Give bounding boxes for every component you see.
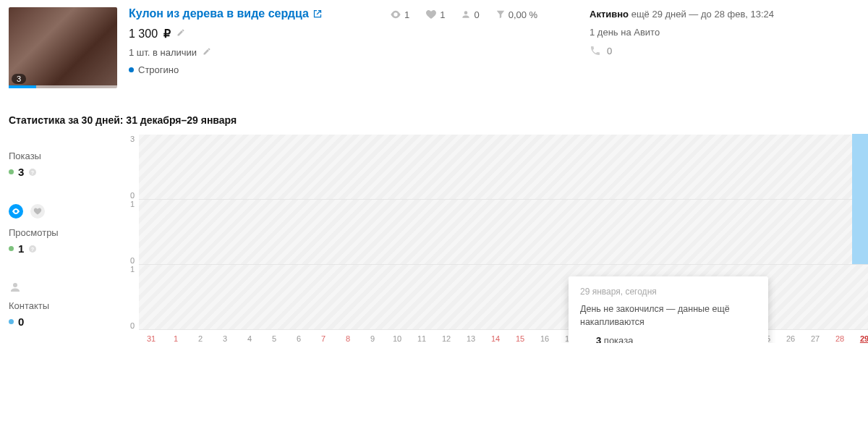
legend-views-label: Просмотры (9, 227, 110, 238)
xaxis-day[interactable]: 8 (336, 334, 360, 343)
xaxis-day[interactable]: 27 (803, 334, 827, 343)
location-dot-icon (129, 67, 134, 72)
ytick: 1 (110, 265, 135, 274)
xaxis-day[interactable]: 1 (163, 334, 188, 343)
metric-contacts: 0 (461, 9, 479, 20)
metric-views: 1 (390, 9, 409, 20)
phone-contacts: 0 (590, 45, 859, 56)
toggle-favorites[interactable] (30, 204, 45, 219)
metric-likes: 1 (425, 9, 445, 20)
svg-text:?: ? (31, 246, 34, 251)
xaxis-day[interactable]: 4 (237, 334, 262, 343)
help-icon[interactable]: ? (28, 245, 37, 253)
currency: ₽ (163, 27, 171, 41)
help-icon[interactable]: ? (28, 168, 37, 177)
xaxis-day[interactable]: 3 (213, 334, 237, 343)
chart-bar[interactable] (852, 199, 868, 264)
chart-views[interactable] (139, 200, 868, 265)
xaxis-day[interactable]: 26 (778, 334, 803, 343)
location-text: Строгино (138, 64, 179, 75)
days-on-avito: 1 день на Авито (590, 27, 859, 38)
dot-green-icon (9, 169, 14, 174)
status-line: Активно ещё 29 дней — до 28 фев, 13:24 (590, 9, 859, 20)
edit-stock-icon[interactable] (203, 47, 211, 58)
metric-conversion: 0,00 % (495, 9, 537, 20)
xaxis-day[interactable]: 31 (139, 334, 163, 343)
chart-tooltip: 29 января, сегодня День не закончился — … (569, 276, 768, 343)
listing-thumbnail[interactable]: 3 (9, 7, 117, 88)
xaxis-day[interactable]: 11 (409, 334, 434, 343)
legend-contacts-value: 0 (18, 315, 24, 328)
legend-shows-value: 3 (18, 166, 24, 178)
xaxis-day[interactable]: 6 (286, 334, 311, 343)
tooltip-date: 29 января, сегодня (580, 287, 757, 297)
external-link-icon[interactable] (313, 9, 322, 18)
xaxis-day[interactable]: 9 (360, 334, 385, 343)
xaxis-day[interactable]: 7 (311, 334, 336, 343)
xaxis-day[interactable]: 29 (852, 334, 868, 343)
ytick: 3 (110, 135, 135, 143)
legend-contacts-label: Контакты (9, 300, 110, 311)
xaxis-day[interactable]: 2 (188, 334, 213, 343)
xaxis-day[interactable]: 16 (532, 334, 557, 343)
xaxis-day[interactable]: 5 (262, 334, 286, 343)
xaxis-day[interactable]: 14 (483, 334, 508, 343)
stats-heading: Статистика за 30 дней: 31 декабря–29 янв… (0, 97, 868, 135)
xaxis-day[interactable]: 12 (434, 334, 459, 343)
legend-shows-label: Показы (9, 151, 110, 161)
photo-count-badge: 3 (12, 74, 26, 84)
contacts-toggle-icon[interactable] (9, 281, 22, 294)
ytick: 1 (110, 200, 135, 208)
xaxis-day[interactable]: 10 (385, 334, 409, 343)
listing-title-link[interactable]: Кулон из дерева в виде сердца (129, 7, 309, 20)
chart-shows[interactable] (139, 135, 868, 200)
dot-cyan-icon (9, 319, 14, 324)
xaxis-day[interactable]: 15 (508, 334, 532, 343)
ytick: 0 (110, 321, 135, 330)
price-value: 1 300 (129, 27, 158, 41)
toggle-views[interactable] (9, 204, 23, 219)
legend-views-value: 1 (18, 242, 24, 255)
phone-icon (590, 45, 601, 56)
chart-bar[interactable] (852, 134, 868, 199)
edit-price-icon[interactable] (176, 28, 185, 39)
stock-text: 1 шт. в наличии (129, 47, 197, 58)
tooltip-note: День не закончился — данные ещё накаплив… (580, 303, 757, 329)
xaxis-day[interactable]: 13 (459, 334, 483, 343)
ytick: 0 (110, 191, 135, 200)
dot-green-icon (9, 246, 14, 251)
svg-text:?: ? (31, 169, 34, 174)
xaxis-day[interactable]: 28 (827, 334, 852, 343)
ytick: 0 (110, 256, 135, 265)
